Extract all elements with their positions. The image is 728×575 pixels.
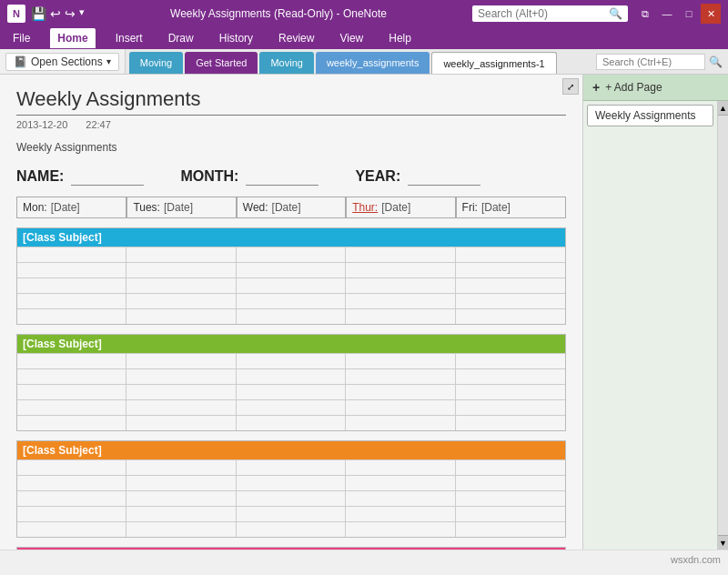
cell[interactable] (346, 460, 455, 475)
cell[interactable] (126, 247, 236, 262)
cell[interactable] (126, 416, 236, 430)
cell[interactable] (126, 354, 236, 368)
year-value[interactable] (408, 168, 480, 186)
cell[interactable] (346, 491, 455, 506)
cell[interactable] (456, 400, 565, 415)
cell[interactable] (456, 263, 565, 277)
open-sections-btn[interactable]: 📓 Open Sections ▾ (5, 53, 119, 71)
cell[interactable] (17, 507, 126, 521)
scroll-up-btn[interactable]: ▲ (718, 101, 728, 116)
cell[interactable] (456, 522, 565, 537)
cell[interactable] (126, 522, 236, 537)
cell[interactable] (346, 309, 455, 324)
minimize-btn[interactable]: — (657, 4, 677, 24)
cell[interactable] (237, 247, 346, 262)
cell[interactable] (346, 400, 455, 415)
cell[interactable] (237, 354, 346, 368)
cell[interactable] (346, 369, 455, 384)
cell[interactable] (17, 491, 126, 506)
cell[interactable] (346, 354, 455, 368)
name-value[interactable] (71, 168, 144, 186)
ribbon-tab-draw[interactable]: Draw (163, 30, 199, 46)
cell[interactable] (17, 385, 126, 399)
add-page-btn[interactable]: + + Add Page (583, 75, 728, 101)
search-icon[interactable]: 🔍 (609, 7, 622, 20)
cell[interactable] (237, 507, 346, 521)
cell[interactable] (17, 354, 126, 368)
ribbon-tab-help[interactable]: Help (383, 30, 417, 46)
cell[interactable] (126, 507, 236, 521)
cell[interactable] (456, 385, 565, 399)
restore-icon[interactable]: ⧉ (635, 4, 655, 24)
cell[interactable] (456, 247, 565, 262)
cell[interactable] (346, 476, 455, 490)
cell[interactable] (126, 309, 236, 324)
month-value[interactable] (246, 168, 318, 186)
cell[interactable] (17, 460, 126, 475)
cell[interactable] (17, 278, 126, 293)
ribbon-tab-review[interactable]: Review (273, 30, 319, 46)
ribbon-tab-file[interactable]: File (7, 30, 35, 46)
cell[interactable] (346, 278, 455, 293)
cell[interactable] (237, 491, 346, 506)
page-search-icon[interactable]: 🔍 (709, 55, 723, 68)
tab-moving1[interactable]: Moving (129, 52, 183, 74)
title-search-box[interactable]: 🔍 (472, 5, 628, 22)
tab-get-started[interactable]: Get Started (185, 52, 258, 74)
cell[interactable] (126, 278, 236, 293)
ribbon-tab-view[interactable]: View (334, 30, 369, 46)
cell[interactable] (237, 369, 346, 384)
cell[interactable] (456, 294, 565, 308)
cell[interactable] (17, 476, 126, 490)
expand-btn[interactable]: ⤢ (562, 78, 579, 95)
cell[interactable] (237, 294, 346, 308)
cell[interactable] (126, 369, 236, 384)
page-search-input[interactable] (596, 54, 705, 70)
cell[interactable] (346, 263, 455, 277)
cell[interactable] (17, 294, 126, 308)
cell[interactable] (456, 507, 565, 521)
scroll-down-btn[interactable]: ▼ (718, 535, 728, 550)
cell[interactable] (237, 385, 346, 399)
cell[interactable] (126, 476, 236, 490)
cell[interactable] (237, 400, 346, 415)
cell[interactable] (17, 522, 126, 537)
cell[interactable] (126, 400, 236, 415)
cell[interactable] (456, 460, 565, 475)
ribbon-tab-home[interactable]: Home (50, 28, 95, 48)
cell[interactable] (126, 294, 236, 308)
cell[interactable] (237, 278, 346, 293)
tab-weekly-assignments[interactable]: weekly_assignments (316, 52, 430, 74)
cell[interactable] (126, 385, 236, 399)
cell[interactable] (346, 416, 455, 430)
redo-icon[interactable]: ↪ (65, 6, 76, 21)
cell[interactable] (346, 522, 455, 537)
cell[interactable] (456, 369, 565, 384)
cell[interactable] (126, 460, 236, 475)
cell[interactable] (237, 460, 346, 475)
cell[interactable] (17, 263, 126, 277)
cell[interactable] (237, 476, 346, 490)
cell[interactable] (456, 309, 565, 324)
close-btn[interactable]: ✕ (701, 4, 721, 24)
cell[interactable] (237, 522, 346, 537)
cell[interactable] (346, 247, 455, 262)
pages-list-item[interactable]: Weekly Assignments (587, 105, 713, 126)
cell[interactable] (17, 247, 126, 262)
cell[interactable] (17, 309, 126, 324)
cell[interactable] (17, 400, 126, 415)
cell[interactable] (17, 416, 126, 430)
cell[interactable] (237, 309, 346, 324)
ribbon-tab-history[interactable]: History (214, 30, 258, 46)
tab-moving2[interactable]: Moving (259, 52, 313, 74)
cell[interactable] (456, 491, 565, 506)
save-icon[interactable]: 💾 (31, 6, 46, 21)
cell[interactable] (456, 278, 565, 293)
search-input[interactable] (478, 7, 605, 20)
cell[interactable] (237, 416, 346, 430)
cell[interactable] (456, 476, 565, 490)
cell[interactable] (456, 354, 565, 368)
cell[interactable] (456, 416, 565, 430)
ribbon-tab-insert[interactable]: Insert (110, 30, 148, 46)
cell[interactable] (126, 491, 236, 506)
